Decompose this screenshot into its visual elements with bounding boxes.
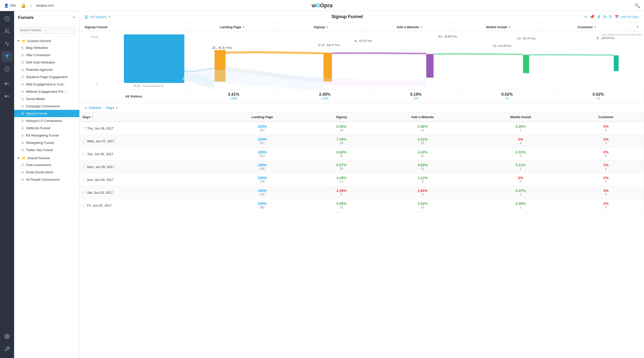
row-radio[interactable] [83, 140, 86, 143]
cell-pct: 0.30% [476, 124, 565, 128]
shared-funnels-section[interactable]: ▼ 📁 Shared Funnels [14, 154, 79, 161]
stat-num-add-website: 153 [373, 97, 459, 100]
sidebar-item-funnels[interactable] [2, 51, 13, 62]
funnel-list-icon: ⊞ [21, 112, 24, 115]
col-label-signup: Signup [314, 25, 325, 29]
date-range-button[interactable]: 📅 Last 90 Days [615, 15, 639, 19]
calendar-icon: 📅 [615, 15, 619, 19]
cohorts-button[interactable]: Cohorts → Days ▼ [89, 106, 118, 110]
segment-button[interactable]: All Visitors ▼ [85, 15, 111, 19]
table-row: Tue, Jun 06, 2017100%6136.68%413.42%210.… [80, 148, 644, 160]
table-cell: 0%0 [473, 135, 568, 148]
cell-pct: 5.50% [314, 124, 369, 128]
share-icon[interactable]: ↪ [584, 14, 587, 19]
funnel-item[interactable]: ⊞Email Quota Alerts [14, 169, 79, 176]
funnel-item[interactable]: ⊞All People Conversions [14, 176, 79, 183]
funnel-item[interactable]: ⊞FB Retargeting Funnel [14, 132, 79, 139]
th-signup: Signup [311, 113, 372, 122]
funnel-item[interactable]: ⊞AdWords Funnel [14, 124, 79, 132]
main-layout: Funnels + ▼ 📁 Custom Funnels ⊞Blog Attri… [0, 11, 644, 358]
row-radio[interactable] [83, 166, 86, 169]
topnav-right: 🔍 [634, 3, 640, 8]
domain-label[interactable]: woopra.com [36, 4, 54, 7]
funnel-item[interactable]: ⊞Campaign Conversions [14, 103, 79, 110]
svg-text:3.41%: 3.41% [211, 46, 232, 49]
download-icon[interactable]: ⬇ [597, 14, 600, 19]
custom-funnels-section[interactable]: ▼ 📁 Custom Funnels [14, 37, 79, 44]
main-content: All Visitors ▼ Signup Funnel ↪ 📌 ⬇ ⚙ ↻ 📅… [80, 11, 644, 358]
funnel-header-actions: ↪ 📌 ⬇ ⚙ ↻ 📅 Last 90 Days [584, 14, 639, 19]
sidebar-item-settings[interactable] [2, 343, 13, 354]
row-radio[interactable] [83, 191, 86, 194]
left-panel-header: Funnels + [14, 11, 79, 24]
th-days[interactable]: Days ▼ [80, 113, 213, 122]
stat-all-visitors: All Visitors [80, 90, 188, 103]
cell-num: 5 [314, 193, 369, 196]
cohorts-bar: ≡ Cohorts → Days ▼ [80, 103, 644, 113]
cell-num: 8 [375, 180, 470, 183]
row-radio[interactable] [83, 178, 86, 181]
cell-pct: 0.32% [476, 150, 565, 154]
col-signup[interactable]: Signup ▼ [277, 23, 365, 31]
days-sort[interactable]: Days ▼ [83, 115, 94, 119]
funnel-item[interactable]: ⊞Web Engagement to Cust... [14, 81, 79, 88]
bell-icon[interactable]: 🔔 [21, 3, 26, 8]
funnel-item[interactable]: ⊞Blog Attribution [14, 44, 79, 51]
funnel-item[interactable]: ⊞Solutions Page Engagement [14, 73, 79, 81]
svg-point-4 [5, 83, 7, 85]
cell-num: 0 [476, 141, 565, 145]
cell-pct: 2.38% [314, 189, 369, 193]
cell-pct: 100% [217, 176, 308, 180]
table-row: Wed, Jun 07, 2017100%5277.40%395.31%280%… [80, 135, 644, 148]
sidebar-item-people[interactable] [2, 26, 13, 37]
funnel-item[interactable]: ⊞Retargeting Funnel [14, 139, 79, 146]
cell-num: 256 [217, 180, 308, 183]
table-cell: 3.42%21 [372, 148, 473, 160]
segment-label: All Visitors [90, 15, 106, 19]
funnel-item[interactable]: ⊞Social Media [14, 95, 79, 103]
row-radio[interactable] [83, 204, 86, 207]
gear-icon[interactable]: ⚙ [603, 14, 606, 19]
funnel-list-icon: ⊞ [21, 148, 24, 152]
funnel-item[interactable]: ⊞After Conversion [14, 51, 79, 59]
sidebar-item-toggle2[interactable] [2, 91, 13, 102]
svg-point-6 [5, 95, 7, 97]
username: Elle [10, 4, 16, 7]
col-label-mobile-install: Mobile Install [486, 25, 507, 29]
add-funnel-button[interactable]: + [72, 15, 75, 20]
landing-page-chevron-icon: ▼ [242, 26, 245, 28]
sidebar-item-radar[interactable] [2, 331, 13, 342]
row-radio[interactable] [83, 153, 86, 156]
th-customer: Customer [568, 113, 644, 122]
funnel-cols-header: Signup Funnel Landing Page ▼ Signup ▼ Ad… [80, 23, 644, 32]
col-mobile-install[interactable]: Mobile Install ▼ [454, 23, 543, 31]
icon-sidebar [0, 11, 14, 358]
sidebar-item-retention[interactable] [2, 63, 13, 75]
col-add-website[interactable]: Add a Website ▼ [366, 23, 454, 31]
sidebar-item-dashboard[interactable] [2, 13, 13, 24]
sidebar-item-toggle1[interactable] [2, 78, 13, 89]
col-customer[interactable]: Customer ▼ [543, 23, 631, 31]
funnel-item[interactable]: ⊞Hubspot LP Conversions [14, 117, 79, 124]
refresh-icon[interactable]: ↻ [609, 14, 612, 19]
funnel-item[interactable]: ⊞Website Engagement Pre-... [14, 88, 79, 95]
row-radio[interactable] [83, 127, 86, 130]
search-input[interactable] [17, 27, 76, 34]
funnel-item[interactable]: ⊞Signup Funnel [14, 110, 79, 117]
search-icon[interactable]: 🔍 [634, 3, 640, 8]
col-landing-page[interactable]: Landing Page ▼ [188, 23, 277, 31]
funnel-item[interactable]: ⊞Chat conversions [14, 161, 79, 169]
funnel-list-icon: ⊞ [21, 82, 24, 86]
pin-icon[interactable]: 📌 [590, 14, 595, 19]
cohorts-chevron-icon: ▼ [115, 106, 118, 109]
sidebar-item-analytics[interactable] [2, 38, 13, 49]
funnel-item-label: Web Engagement to Cust... [26, 82, 66, 86]
funnel-item[interactable]: ⊞Twitter Ads Funnel [14, 146, 79, 154]
user-info[interactable]: 👤 Elle [4, 3, 16, 8]
funnel-item[interactable]: ⊞Potential Agencies [14, 66, 79, 73]
add-column-button[interactable]: + [631, 23, 644, 31]
funnel-item-label: Potential Agencies [26, 68, 53, 72]
funnel-item[interactable]: ⊞Drift Chat Attribution [14, 59, 79, 66]
cell-num: 0 [571, 167, 641, 171]
svg-text:1.01%: 1.01% [354, 39, 373, 42]
